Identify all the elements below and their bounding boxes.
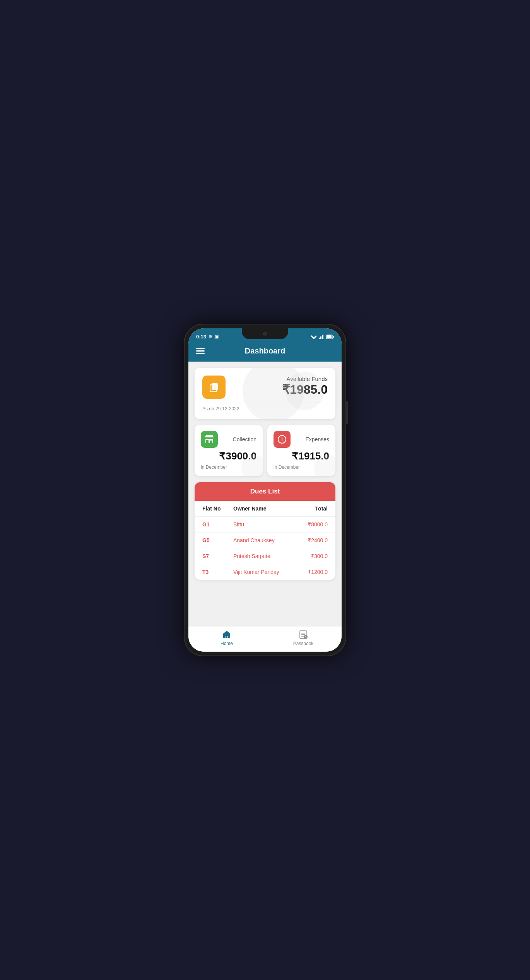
- table-row[interactable]: S7 Pritesh Satpute ₹300.0: [195, 548, 335, 564]
- svg-rect-3: [319, 338, 320, 339]
- flat-t3: T3: [202, 569, 233, 575]
- funds-amount: ₹1985.0: [229, 382, 328, 397]
- svg-text:$: $: [305, 636, 306, 639]
- svg-rect-9: [333, 336, 334, 338]
- col-owner-name: Owner Name: [233, 505, 289, 512]
- status-right: [311, 335, 334, 339]
- info-icon: i: [277, 434, 287, 444]
- nav-passbook-label: Passbook: [293, 641, 314, 646]
- passbook-svg: $: [298, 630, 308, 640]
- flat-s7: S7: [202, 553, 233, 559]
- expenses-label: Expenses: [294, 436, 329, 442]
- nav-passbook[interactable]: $ Passbook: [265, 630, 342, 646]
- bottom-nav: Home $ Passbook: [188, 626, 342, 652]
- home-svg: [222, 630, 232, 640]
- nav-home-label: Home: [221, 641, 233, 646]
- settings-icon: ⚙: [209, 334, 212, 339]
- dues-table: Flat No Owner Name Total G1 Bittu ₹8000.…: [195, 501, 335, 580]
- dues-table-header: Flat No Owner Name Total: [195, 501, 335, 517]
- owner-anand: Anand Chauksey: [233, 537, 289, 543]
- svg-rect-15: [210, 440, 212, 443]
- status-left: 0:13 ⚙ ▣: [196, 334, 219, 340]
- funds-label: Available Funds: [229, 376, 328, 382]
- svg-rect-8: [327, 335, 332, 338]
- expenses-icon: i: [274, 431, 291, 448]
- owner-vijit: Vijit Kumar Panday: [233, 569, 289, 575]
- svg-rect-14: [206, 440, 209, 443]
- expenses-amount: ₹1915.0: [274, 450, 329, 462]
- collection-period: in December: [201, 464, 256, 470]
- stats-row: Collection ₹3900.0 in December i: [195, 425, 335, 476]
- funds-card: Available Funds ₹1985.0 As on 29-12-2022: [195, 368, 335, 419]
- svg-rect-18: [226, 636, 227, 638]
- collection-header: Collection: [201, 431, 256, 448]
- amount-300: ₹300.0: [289, 553, 328, 559]
- collection-icon: [201, 431, 218, 448]
- app-header: Dashboard: [188, 342, 342, 362]
- amount-2400: ₹2400.0: [289, 537, 328, 543]
- home-icon: [222, 630, 232, 640]
- col-total: Total: [289, 505, 328, 512]
- nav-home[interactable]: Home: [188, 630, 265, 646]
- wifi-icon: [311, 335, 317, 339]
- flat-g1: G1: [202, 521, 233, 528]
- hamburger-menu[interactable]: [196, 348, 205, 354]
- collection-label: Collection: [221, 436, 256, 442]
- page-title: Dashboard: [245, 347, 285, 355]
- funds-date: As on 29-12-2022: [202, 403, 328, 411]
- amount-1200: ₹1200.0: [289, 569, 328, 575]
- collection-card: Collection ₹3900.0 in December: [195, 425, 263, 476]
- camera-dot: [263, 332, 267, 336]
- table-row[interactable]: G1 Bittu ₹8000.0: [195, 517, 335, 533]
- svg-rect-4: [320, 336, 321, 339]
- svg-rect-5: [322, 335, 323, 339]
- table-row[interactable]: T3 Vijit Kumar Panday ₹1200.0: [195, 564, 335, 580]
- expenses-header: i Expenses: [274, 431, 329, 448]
- svg-rect-6: [323, 335, 324, 339]
- dues-title: Dues List: [250, 488, 280, 495]
- main-content: Available Funds ₹1985.0 As on 29-12-2022: [188, 362, 342, 626]
- svg-rect-11: [212, 383, 218, 390]
- camera-notch: [242, 328, 288, 339]
- owner-bittu: Bittu: [233, 521, 289, 528]
- funds-info: Available Funds ₹1985.0: [226, 376, 328, 397]
- svg-text:i: i: [281, 436, 283, 442]
- dues-header: Dues List: [195, 482, 335, 501]
- passbook-icon: $: [298, 630, 308, 640]
- expenses-period: in December: [274, 464, 329, 470]
- table-row[interactable]: G5 Anand Chauksey ₹2400.0: [195, 533, 335, 548]
- store-icon: [204, 434, 214, 444]
- flat-g5: G5: [202, 537, 233, 543]
- battery-icon: [326, 335, 334, 339]
- signal-icon: [319, 335, 324, 339]
- dues-card: Dues List Flat No Owner Name Total G1 Bi…: [195, 482, 335, 580]
- amount-8000: ₹8000.0: [289, 521, 328, 528]
- copy-icon: [208, 381, 220, 393]
- expenses-card: i Expenses ₹1915.0 in December: [267, 425, 335, 476]
- col-flat-no: Flat No: [202, 505, 233, 512]
- sim-icon: ▣: [215, 334, 219, 339]
- status-time: 0:13: [196, 334, 206, 340]
- owner-pritesh: Pritesh Satpute: [233, 553, 289, 559]
- collection-amount: ₹3900.0: [201, 450, 256, 462]
- funds-icon: [202, 376, 226, 399]
